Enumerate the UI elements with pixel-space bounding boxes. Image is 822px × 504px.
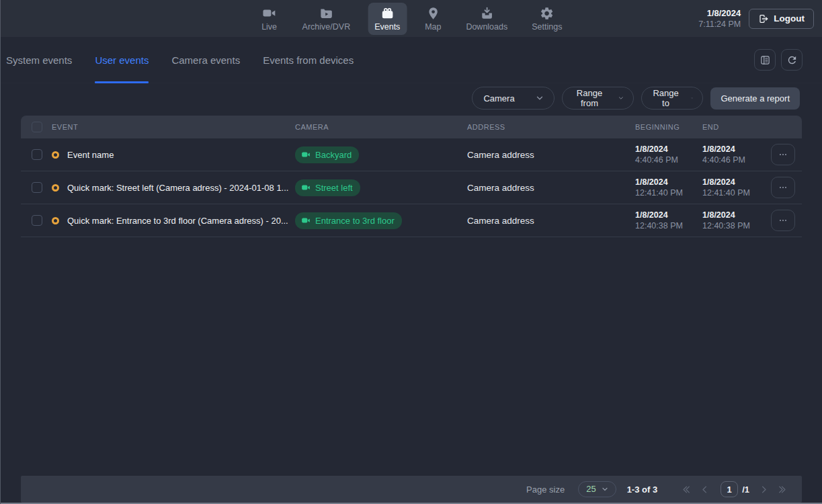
page-size-label: Page size xyxy=(526,485,565,495)
nav-item-map[interactable]: Map xyxy=(417,3,448,35)
table-row[interactable]: Event name Backyard Camera address 1/8/2… xyxy=(21,138,802,171)
nav-item-live[interactable]: Live xyxy=(254,3,285,35)
event-ring-icon xyxy=(52,151,59,159)
page-size-dropdown[interactable]: 25 xyxy=(578,481,616,497)
events-calendar-icon xyxy=(380,6,395,21)
end-cell: 1/8/2024 4:40:46 PM xyxy=(702,144,762,165)
nav-label-map: Map xyxy=(425,22,441,32)
camera-filter-dropdown[interactable]: Camera xyxy=(472,87,554,110)
beginning-cell: 1/8/2024 4:40:46 PM xyxy=(635,144,702,165)
page-size-value: 25 xyxy=(586,484,595,494)
end-time: 12:40:38 PM xyxy=(702,220,762,231)
video-camera-icon xyxy=(301,216,311,225)
camera-tag[interactable]: Street left xyxy=(295,179,360,196)
nav-item-settings[interactable]: Settings xyxy=(525,3,569,35)
current-time: 7:11:24 PM xyxy=(698,19,741,30)
chevrons-right-icon xyxy=(777,485,787,495)
generate-report-button[interactable]: Generate a report xyxy=(710,87,800,110)
camera-tag[interactable]: Backyard xyxy=(295,146,359,163)
row-actions-button[interactable] xyxy=(771,144,795,165)
current-page-input[interactable]: 1 xyxy=(721,481,738,497)
nav-item-archive-dvr[interactable]: Archive/DVR xyxy=(296,3,358,35)
camera-cell: Backyard xyxy=(295,146,467,163)
nav-item-downloads[interactable]: Downloads xyxy=(459,3,514,35)
tab-system-events[interactable]: System events xyxy=(6,37,72,83)
event-name: Event name xyxy=(67,150,114,160)
events-tabs-bar: System events User events Camera events … xyxy=(1,37,822,83)
tab-label: Events from devices xyxy=(263,54,354,66)
top-nav-bar: Live Archive/DVR Events xyxy=(1,0,822,37)
beginning-date: 1/8/2024 xyxy=(635,177,702,187)
camera-tag-label: Street left xyxy=(315,183,353,193)
nav-label-live: Live xyxy=(261,22,277,32)
end-cell: 1/8/2024 12:40:38 PM xyxy=(702,210,762,231)
beginning-time: 4:40:46 PM xyxy=(635,155,702,165)
end-time: 4:40:46 PM xyxy=(702,155,762,165)
tab-user-events[interactable]: User events xyxy=(95,37,149,83)
tab-camera-events[interactable]: Camera events xyxy=(171,37,240,83)
beginning-cell: 1/8/2024 12:41:40 PM xyxy=(635,177,702,198)
beginning-cell: 1/8/2024 12:40:38 PM xyxy=(635,210,702,231)
tabsbar-actions xyxy=(754,49,803,71)
end-time: 12:41:40 PM xyxy=(702,187,762,198)
select-all-checkbox[interactable] xyxy=(32,122,42,132)
download-icon xyxy=(479,6,494,21)
tab-label: User events xyxy=(95,54,149,66)
chevrons-left-icon xyxy=(682,485,692,495)
range-to-dropdown[interactable]: Range to xyxy=(641,87,703,110)
end-date: 1/8/2024 xyxy=(702,210,762,220)
event-name: Quick mark: Entrance to 3rd floor (Camer… xyxy=(67,216,288,226)
row-actions-button[interactable] xyxy=(771,177,795,198)
row-actions-button[interactable] xyxy=(771,210,795,231)
nav-label-archive-dvr: Archive/DVR xyxy=(302,22,351,32)
range-from-label: Range from xyxy=(573,88,605,108)
nav-label-downloads: Downloads xyxy=(466,22,507,32)
tab-label: Camera events xyxy=(171,54,240,66)
pagination-controls: 1 /1 xyxy=(677,481,791,497)
table-row[interactable]: Quick mark: Entrance to 3rd floor (Camer… xyxy=(21,204,802,237)
address-cell: Camera address xyxy=(467,216,635,226)
row-checkbox[interactable] xyxy=(32,182,42,193)
event-ring-icon xyxy=(52,217,59,224)
tab-events-from-devices[interactable]: Events from devices xyxy=(263,37,354,83)
first-page-button[interactable] xyxy=(677,485,696,495)
beginning-time: 12:40:38 PM xyxy=(635,220,702,231)
end-date: 1/8/2024 xyxy=(702,144,762,155)
end-cell: 1/8/2024 12:41:40 PM xyxy=(702,177,762,198)
column-beginning: BEGINNING xyxy=(635,123,702,131)
previous-page-button[interactable] xyxy=(696,485,714,495)
camera-tag-label: Entrance to 3rd floor xyxy=(315,216,395,226)
range-from-dropdown[interactable]: Range from xyxy=(562,87,634,110)
logout-label: Logout xyxy=(774,13,805,24)
table-header: EVENT CAMERA ADDRESS BEGINNING END xyxy=(21,116,802,138)
camera-filter-label: Camera xyxy=(483,93,514,103)
nav-label-settings: Settings xyxy=(532,22,562,32)
main-nav: Live Archive/DVR Events xyxy=(254,0,569,37)
event-cell: Event name xyxy=(52,150,295,160)
video-camera-icon xyxy=(301,183,311,192)
end-date: 1/8/2024 xyxy=(702,177,762,187)
topbar-right: 1/8/2024 7:11:24 PM Logout xyxy=(698,8,822,30)
refresh-button[interactable] xyxy=(781,49,803,71)
logout-button[interactable]: Logout xyxy=(749,9,814,29)
chevron-down-icon xyxy=(691,93,694,103)
column-event: EVENT xyxy=(52,123,295,131)
address-cell: Camera address xyxy=(467,183,635,193)
archive-folder-icon xyxy=(319,6,333,21)
chevron-down-icon xyxy=(535,93,544,103)
camera-tag[interactable]: Entrance to 3rd floor xyxy=(295,212,402,229)
gear-icon xyxy=(540,6,554,21)
last-page-button[interactable] xyxy=(773,485,791,495)
address-cell: Camera address xyxy=(467,150,635,160)
chevron-left-icon xyxy=(700,485,710,495)
nav-item-events[interactable]: Events xyxy=(368,3,407,35)
table-row[interactable]: Quick mark: Street left (Camera adress) … xyxy=(21,171,802,204)
datetime-display: 1/8/2024 7:11:24 PM xyxy=(698,8,741,30)
pagination-range-text: 1-3 of 3 xyxy=(627,485,658,495)
report-view-button[interactable] xyxy=(754,49,776,71)
filter-bar: Camera Range from Range to Generate a re… xyxy=(1,83,822,113)
column-end: END xyxy=(702,123,762,131)
row-checkbox[interactable] xyxy=(32,215,42,226)
row-checkbox[interactable] xyxy=(32,149,42,160)
next-page-button[interactable] xyxy=(755,485,773,495)
